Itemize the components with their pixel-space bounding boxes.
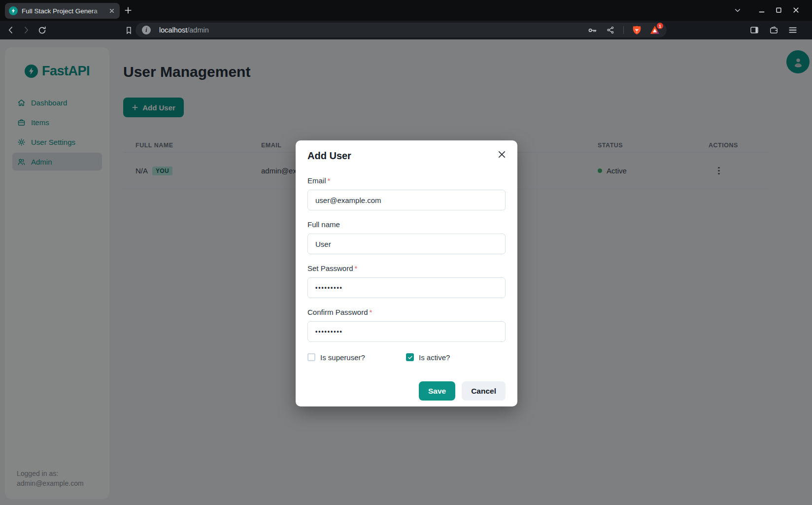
tab-title: Full Stack Project Genera <box>22 7 105 15</box>
tab-close-icon[interactable] <box>108 7 116 15</box>
toolbar-divider <box>623 26 624 34</box>
required-marker: * <box>370 308 372 316</box>
checkbox-checked-icon[interactable] <box>406 353 414 361</box>
modal-title: Add User <box>307 150 506 162</box>
required-marker: * <box>355 264 358 272</box>
confirm-password-label: Confirm Password* <box>307 307 506 318</box>
menu-hamburger-icon[interactable] <box>787 25 798 35</box>
is-superuser-label: Is superuser? <box>320 353 365 362</box>
reload-button-icon[interactable] <box>36 25 47 35</box>
window-close-button[interactable] <box>791 5 801 15</box>
cancel-button[interactable]: Cancel <box>462 381 506 401</box>
fullname-field[interactable] <box>307 234 506 254</box>
fullname-label: Full name <box>307 219 506 230</box>
back-button-icon[interactable] <box>5 25 16 35</box>
is-superuser-checkbox[interactable]: Is superuser? <box>307 353 406 362</box>
url-bar[interactable]: i localhost/admin 1 <box>135 23 667 37</box>
modal-close-icon[interactable] <box>496 148 508 160</box>
browser-titlebar: Full Stack Project Genera <box>0 0 812 21</box>
email-field-group: Email* <box>307 175 506 210</box>
fastapi-favicon-icon <box>9 6 18 15</box>
brave-shield-icon[interactable] <box>631 25 642 35</box>
password-field-group: Set Password* <box>307 263 506 298</box>
wallet-icon[interactable] <box>768 25 779 35</box>
sidebar-toggle-icon[interactable] <box>749 25 760 35</box>
required-marker: * <box>328 176 331 185</box>
brave-rewards-icon[interactable]: 1 <box>649 25 660 35</box>
url-text: localhost/admin <box>159 26 209 34</box>
password-field[interactable] <box>307 277 506 298</box>
save-button[interactable]: Save <box>419 381 455 401</box>
browser-tab[interactable]: Full Stack Project Genera <box>5 3 120 19</box>
checkbox-unchecked-icon[interactable] <box>307 353 315 361</box>
is-active-label: Is active? <box>419 353 450 362</box>
window-maximize-button[interactable] <box>774 5 784 15</box>
rewards-badge: 1 <box>657 23 663 29</box>
password-label: Set Password* <box>307 263 506 274</box>
password-key-icon[interactable] <box>587 25 598 35</box>
email-field[interactable] <box>307 190 506 210</box>
window-minimize-button[interactable] <box>756 5 767 15</box>
new-tab-button[interactable] <box>123 5 133 15</box>
site-info-icon[interactable]: i <box>142 26 151 34</box>
forward-button-icon[interactable] <box>21 25 32 35</box>
email-label: Email* <box>307 175 506 186</box>
browser-toolbar: i localhost/admin 1 <box>0 21 812 39</box>
fullname-field-group: Full name <box>307 219 506 254</box>
is-active-checkbox[interactable]: Is active? <box>406 353 505 362</box>
tab-search-chevron-icon[interactable] <box>732 5 743 15</box>
confirm-password-field[interactable] <box>307 321 506 342</box>
add-user-modal: Add User Email* Full name Set Password* … <box>296 140 517 406</box>
share-icon[interactable] <box>605 25 616 35</box>
confirm-password-field-group: Confirm Password* <box>307 307 506 342</box>
bookmark-icon[interactable] <box>123 25 134 35</box>
